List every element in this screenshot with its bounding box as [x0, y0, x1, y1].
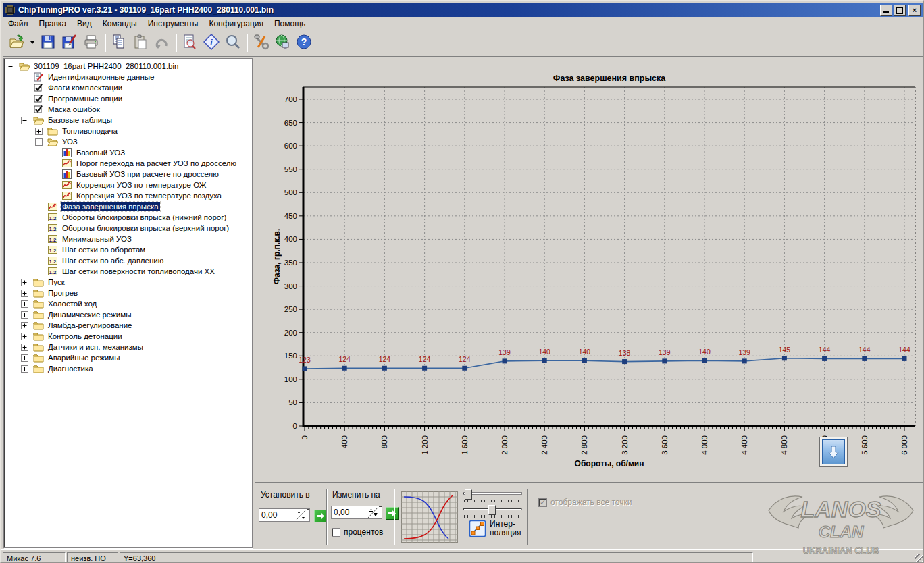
- tree-item-label[interactable]: Датчики и исп. механизмы: [47, 342, 145, 352]
- open-dropdown-button[interactable]: [27, 32, 37, 54]
- tree-item-label[interactable]: Коррекция УОЗ по температуре ОЖ: [75, 180, 208, 190]
- tree-item-label[interactable]: Шаг сетки по абс. давлению: [61, 256, 165, 265]
- collapse-minus-icon[interactable]: [21, 117, 28, 124]
- tree-item-label[interactable]: Лямбда-регулирование: [47, 321, 134, 330]
- slider-handle[interactable]: [465, 489, 472, 500]
- tree-item-label[interactable]: Фаза завершения впрыска: [61, 202, 160, 211]
- tree-item-label[interactable]: Пуск: [47, 277, 66, 287]
- set-to-input[interactable]: [259, 509, 295, 521]
- menu-item-5[interactable]: Конфигурация: [203, 18, 269, 30]
- maximize-button[interactable]: [894, 5, 906, 16]
- tree-item[interactable]: Программные опции: [4, 93, 252, 104]
- tree-item[interactable]: 1.2Обороты блокировки впрыска (верхний п…: [4, 223, 252, 234]
- menu-item-3[interactable]: Команды: [97, 18, 143, 30]
- tree-item[interactable]: Базовые таблицы: [4, 115, 252, 126]
- tree-item-label[interactable]: Базовый УОЗ при расчете по дросселю: [75, 169, 220, 179]
- interpolation-button[interactable]: Интер- поляция: [469, 520, 521, 537]
- print-button[interactable]: [80, 32, 102, 54]
- tree-item[interactable]: Флаги комплектации: [4, 82, 252, 93]
- change-by-input[interactable]: [332, 506, 367, 518]
- tree-item-label[interactable]: Базовые таблицы: [47, 115, 113, 125]
- tree-item[interactable]: Динамические режимы: [4, 309, 252, 320]
- tree-item[interactable]: Идентификационные данные: [4, 72, 252, 82]
- tree-item[interactable]: Контроль детонации: [4, 331, 252, 342]
- menu-item-1[interactable]: Правка: [34, 18, 72, 30]
- expand-plus-icon[interactable]: [21, 300, 28, 308]
- tree-item-label[interactable]: Топливоподача: [61, 126, 119, 136]
- tree-item[interactable]: Порог перехода на расчет УОЗ по дросселю: [4, 158, 252, 169]
- tree-item-label[interactable]: Диагностика: [47, 364, 95, 373]
- tree-item[interactable]: Маска ошибок: [4, 104, 252, 115]
- menu-item-0[interactable]: Файл: [3, 18, 34, 30]
- paste-button[interactable]: [130, 32, 151, 54]
- scale-slider-1[interactable]: [463, 489, 522, 503]
- spin-updown-icon[interactable]: [367, 506, 379, 518]
- tree-item-label[interactable]: Коррекция УОЗ по температуре воздуха: [75, 191, 223, 200]
- tree-item[interactable]: Коррекция УОЗ по температуре воздуха: [4, 190, 252, 201]
- tree-item-label[interactable]: Шаг сетки поверхности топливоподачи ХХ: [61, 267, 216, 276]
- percent-checkbox[interactable]: процентов: [332, 527, 383, 537]
- close-button[interactable]: ×: [908, 5, 921, 16]
- tree-item[interactable]: Лямбда-регулирование: [4, 320, 252, 331]
- tree-item-label[interactable]: Порог перехода на расчет УОЗ по дросселю: [75, 159, 238, 168]
- tree-item[interactable]: Датчики и исп. механизмы: [4, 342, 252, 352]
- scale-slider-2[interactable]: [463, 505, 522, 518]
- tree-item-label[interactable]: Аварийные режимы: [47, 353, 121, 363]
- expand-plus-icon[interactable]: [21, 279, 28, 286]
- tree-item[interactable]: Фаза завершения впрыска: [4, 201, 252, 212]
- tree-item-label[interactable]: Базовый УОЗ: [75, 148, 126, 157]
- tree-item-label[interactable]: 301109_16part PHH2400_280110.001.bin: [32, 61, 180, 71]
- help-button[interactable]: ?: [293, 32, 315, 54]
- menu-item-6[interactable]: Помощь: [269, 18, 311, 30]
- collapse-minus-icon[interactable]: [7, 63, 14, 70]
- tree-item-label[interactable]: Флаги комплектации: [47, 83, 124, 92]
- tree-item[interactable]: 1.2Обороты блокировки впрыска (нижний по…: [4, 212, 252, 223]
- tree-item-label[interactable]: Холостой ход: [47, 299, 98, 309]
- expand-plus-icon[interactable]: [21, 322, 28, 329]
- copy-button[interactable]: [108, 32, 130, 54]
- tools-button[interactable]: [250, 32, 272, 54]
- tree-item[interactable]: Пуск: [4, 277, 252, 288]
- expand-plus-icon[interactable]: [21, 290, 28, 297]
- tree-item-label[interactable]: Маска ошибок: [47, 105, 101, 114]
- tree-item[interactable]: Базовый УОЗ при расчете по дросселю: [4, 169, 252, 180]
- tree-item-label[interactable]: Программные опции: [47, 94, 124, 103]
- tree-item-label[interactable]: Обороты блокировки впрыска (верхний поро…: [61, 223, 230, 233]
- tree-item[interactable]: Аварийные режимы: [4, 352, 252, 363]
- minimize-button[interactable]: [880, 5, 892, 16]
- tree-item-label[interactable]: УОЗ: [61, 137, 79, 146]
- expand-plus-icon[interactable]: [21, 354, 28, 362]
- undo-button[interactable]: [151, 32, 173, 54]
- slider-handle[interactable]: [488, 505, 496, 515]
- expand-plus-icon[interactable]: [21, 344, 28, 351]
- tree-item-label[interactable]: Минимальный УОЗ: [61, 234, 133, 244]
- tree-item[interactable]: Коррекция УОЗ по температуре ОЖ: [4, 180, 252, 190]
- tree-item[interactable]: Прогрев: [4, 288, 252, 298]
- collapse-minus-icon[interactable]: [35, 138, 43, 146]
- expand-plus-icon[interactable]: [21, 311, 28, 319]
- network-button[interactable]: [272, 32, 293, 54]
- tree-item[interactable]: Базовый УОЗ: [4, 147, 252, 158]
- tree-item-label[interactable]: Динамические режимы: [47, 310, 132, 319]
- tree-item-label[interactable]: Шаг сетки по оборотам: [61, 245, 147, 254]
- tree-item[interactable]: 1.2Минимальный УОЗ: [4, 234, 252, 244]
- tree-item[interactable]: 301109_16part PHH2400_280110.001.bin: [4, 61, 252, 72]
- tree-item-label[interactable]: Идентификационные данные: [47, 72, 155, 82]
- magnifier-button[interactable]: [222, 32, 244, 54]
- spin-updown-icon[interactable]: [295, 509, 307, 521]
- menu-item-4[interactable]: Инструменты: [143, 18, 204, 30]
- chart-canvas[interactable]: 0501001502002503003504004505005506006507…: [257, 58, 924, 482]
- expand-plus-icon[interactable]: [21, 333, 28, 340]
- menu-item-2[interactable]: Вид: [72, 18, 97, 30]
- tree-item[interactable]: Топливоподача: [4, 126, 252, 136]
- preview-button[interactable]: [179, 32, 201, 54]
- apply-set-button[interactable]: [314, 510, 327, 522]
- expand-plus-icon[interactable]: [21, 365, 28, 373]
- tree-item[interactable]: УОЗ: [4, 136, 252, 147]
- tree-item[interactable]: Холостой ход: [4, 298, 252, 309]
- info-button[interactable]: i: [201, 32, 222, 54]
- resize-grip[interactable]: [915, 554, 924, 563]
- tree-item[interactable]: 1.2Шаг сетки по абс. давлению: [4, 255, 252, 266]
- tree-item[interactable]: 1.2Шаг сетки по оборотам: [4, 244, 252, 255]
- scroll-down-button[interactable]: [819, 437, 848, 467]
